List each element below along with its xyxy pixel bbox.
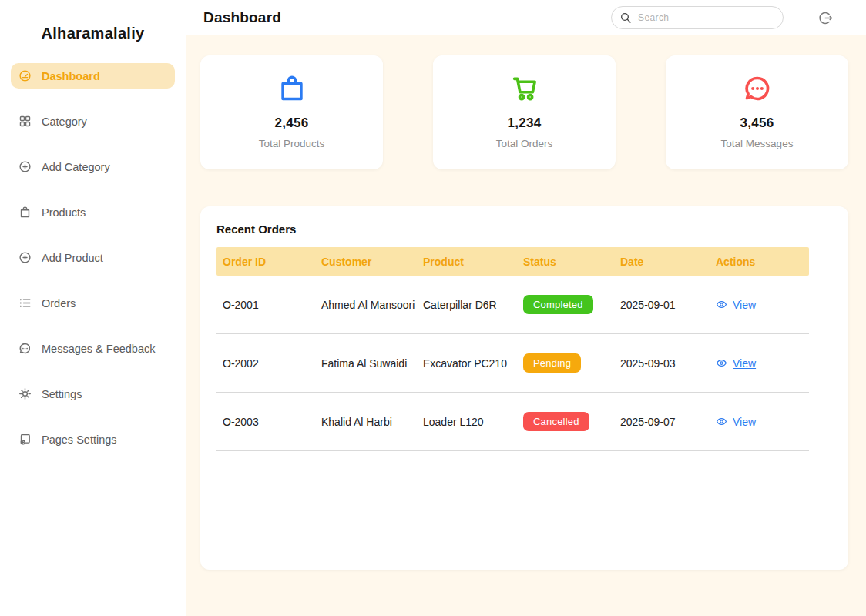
column-header-order-id: Order ID xyxy=(223,256,321,268)
actions-cell: View xyxy=(716,416,809,428)
stat-card-total-products: 2,456 Total Products xyxy=(200,55,383,169)
order-id-cell: O-2001 xyxy=(223,299,321,311)
column-header-customer: Customer xyxy=(321,256,423,268)
search-input[interactable] xyxy=(638,12,775,23)
sidebar-item-label: Orders xyxy=(42,297,76,310)
orders-table: Order ID Customer Product Status Date Ac… xyxy=(216,247,809,451)
plus-circle-icon xyxy=(18,160,32,173)
stat-value: 2,456 xyxy=(200,116,383,131)
stats-row: 2,456 Total Products 1,234 Total Orders xyxy=(200,55,848,169)
sidebar-item-orders[interactable]: Orders xyxy=(11,290,175,316)
eye-icon xyxy=(716,299,727,310)
sidebar-nav: Dashboard Category Add Category xyxy=(0,63,186,452)
date-cell: 2025-09-01 xyxy=(620,299,716,311)
table-row: O-2002 Fatima Al Suwaidi Excavator PC210… xyxy=(216,334,809,393)
plus-circle-icon xyxy=(18,251,32,264)
sidebar-item-pages-settings[interactable]: Pages Settings xyxy=(11,427,175,452)
view-link[interactable]: View xyxy=(733,299,756,311)
recent-orders-panel: Recent Orders Order ID Customer Product … xyxy=(200,206,848,570)
sidebar-item-settings[interactable]: Settings xyxy=(11,381,175,407)
status-cell: Cancelled xyxy=(523,412,620,431)
product-cell: Caterpillar D6R xyxy=(423,299,523,311)
main-area: Dashboard xyxy=(186,0,866,616)
stat-value: 1,234 xyxy=(433,116,616,131)
bag-icon xyxy=(18,206,32,219)
actions-cell: View xyxy=(716,357,809,370)
gear-icon xyxy=(18,387,32,400)
stat-label: Total Messages xyxy=(666,138,848,149)
product-cell: Loader L120 xyxy=(423,416,523,428)
view-link[interactable]: View xyxy=(733,416,756,428)
grid-icon xyxy=(18,115,32,128)
column-header-product: Product xyxy=(423,256,523,268)
status-cell: Completed xyxy=(523,295,620,314)
order-id-cell: O-2002 xyxy=(223,357,321,370)
sidebar-item-label: Add Category xyxy=(42,161,110,173)
search-icon xyxy=(619,12,632,24)
sidebar-item-label: Products xyxy=(42,206,86,219)
table-header-row: Order ID Customer Product Status Date Ac… xyxy=(216,247,809,276)
dashboard-content: 2,456 Total Products 1,234 Total Orders xyxy=(186,35,866,616)
brand-logo: Alharamalaliy xyxy=(0,0,186,63)
sidebar-item-messages-feedback[interactable]: Messages & Feedback xyxy=(11,336,175,361)
table-row: O-2001 Ahmed Al Mansoori Caterpillar D6R… xyxy=(216,276,809,334)
gauge-icon xyxy=(18,69,32,82)
topbar: Dashboard xyxy=(186,0,866,35)
logout-icon xyxy=(817,10,834,26)
sidebar-item-dashboard[interactable]: Dashboard xyxy=(11,63,175,89)
search-box[interactable] xyxy=(611,6,784,29)
column-header-date: Date xyxy=(620,256,716,268)
page-gear-icon xyxy=(18,433,32,446)
sidebar-item-label: Category xyxy=(42,116,87,128)
page-title: Dashboard xyxy=(203,9,281,26)
status-badge: Pending xyxy=(523,353,581,373)
stat-label: Total Products xyxy=(200,138,383,149)
sidebar-item-add-product[interactable]: Add Product xyxy=(11,245,175,270)
sidebar-item-category[interactable]: Category xyxy=(11,109,175,134)
recent-orders-title: Recent Orders xyxy=(216,223,809,236)
status-badge: Completed xyxy=(523,295,593,314)
sidebar-item-add-category[interactable]: Add Category xyxy=(11,154,175,179)
order-id-cell: O-2003 xyxy=(223,416,321,428)
sidebar-item-label: Dashboard xyxy=(42,70,100,82)
stat-card-total-messages: 3,456 Total Messages xyxy=(666,55,848,169)
sidebar-item-label: Add Product xyxy=(42,252,103,264)
status-badge: Cancelled xyxy=(523,412,589,431)
sidebar-item-label: Settings xyxy=(42,388,82,400)
stat-label: Total Orders xyxy=(433,138,616,149)
sidebar-item-label: Messages & Feedback xyxy=(42,343,156,355)
status-cell: Pending xyxy=(523,353,620,373)
shopping-bag-icon xyxy=(277,74,307,103)
eye-icon xyxy=(716,357,727,369)
chat-icon xyxy=(18,342,32,355)
column-header-status: Status xyxy=(523,256,620,268)
table-row: O-2003 Khalid Al Harbi Loader L120 Cance… xyxy=(216,393,809,451)
product-cell: Excavator PC210 xyxy=(423,357,523,370)
customer-cell: Khalid Al Harbi xyxy=(321,416,423,428)
sidebar-item-products[interactable]: Products xyxy=(11,199,175,225)
sidebar: Alharamalaliy Dashboard Category xyxy=(0,0,186,616)
stat-value: 3,456 xyxy=(666,116,848,131)
list-icon xyxy=(18,296,32,310)
eye-icon xyxy=(716,416,727,427)
column-header-actions: Actions xyxy=(716,256,809,268)
customer-cell: Fatima Al Suwaidi xyxy=(321,357,423,370)
actions-cell: View xyxy=(716,299,809,311)
date-cell: 2025-09-07 xyxy=(620,416,716,428)
stat-card-total-orders: 1,234 Total Orders xyxy=(433,55,616,169)
view-link[interactable]: View xyxy=(733,357,756,370)
customer-cell: Ahmed Al Mansoori xyxy=(321,299,423,311)
shopping-cart-icon xyxy=(510,74,539,103)
logout-button[interactable] xyxy=(816,8,834,27)
date-cell: 2025-09-03 xyxy=(620,357,716,370)
chat-bubble-icon xyxy=(743,74,772,103)
sidebar-item-label: Pages Settings xyxy=(42,434,117,446)
